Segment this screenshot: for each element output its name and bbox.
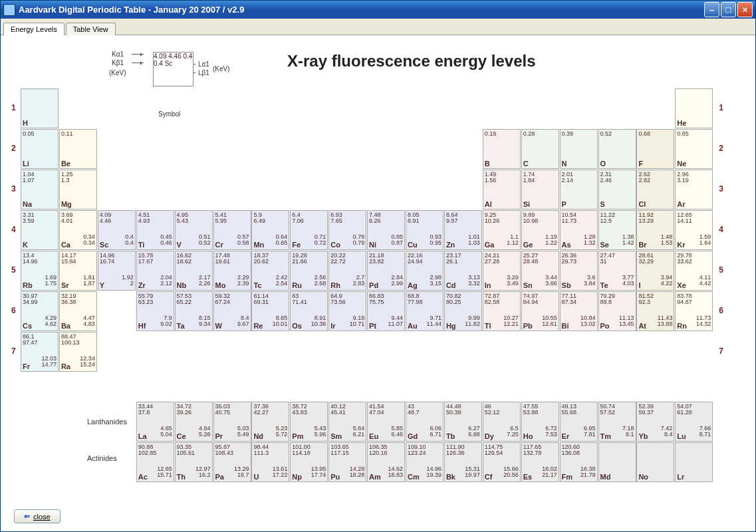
element-cell-Cm[interactable]: 109.10123.2414.9619.39Cm [406, 442, 443, 482]
element-cell-Zn[interactable]: 8.649.571.011.03Zn [444, 210, 482, 250]
element-cell-Co[interactable]: 6.937.650.780.79Co [328, 210, 366, 250]
element-cell-F[interactable]: 0.68F [636, 129, 674, 169]
element-cell-B[interactable]: 0.18B [483, 129, 521, 169]
element-cell-Nb[interactable]: 16.6218.622.172.26Nb [175, 251, 213, 291]
element-cell-Pb[interactable]: 74.9784.9410.5512.61Pb [521, 291, 559, 331]
element-cell-Y[interactable]: 14.9616.741.922Y [98, 251, 136, 291]
element-cell-Ga[interactable]: 9.2510.261.11.12Ga [483, 210, 521, 250]
element-cell-Dy[interactable]: 4652.126.57.25Dy [483, 402, 521, 442]
element-cell-Se[interactable]: 11.2212.51.381.42Se [598, 210, 636, 250]
element-cell-Fr[interactable]: 86.197.4712.0314.77Fr [21, 332, 59, 372]
element-cell-Ta[interactable]: 57.5365.228.159.34Ta [175, 291, 213, 331]
element-cell-Rh[interactable]: 20.2222.722.72.83Rh [328, 251, 366, 291]
element-cell-Md[interactable]: Md [598, 442, 636, 482]
element-cell-Rb[interactable]: 13.414.961.691.75Rb [21, 251, 59, 291]
element-cell-Mg[interactable]: 1.251.3Mg [59, 170, 97, 209]
element-cell-Lr[interactable]: Lr [675, 442, 713, 482]
element-cell-Pr[interactable]: 36.0340.755.035.49Pr [213, 402, 251, 442]
element-cell-As[interactable]: 10.5411.731.281.32As [560, 210, 598, 250]
element-cell-Be[interactable]: 0.11Be [59, 129, 97, 169]
element-cell-Ca[interactable]: 3.694.010.340.34Ca [59, 210, 97, 250]
tab-energy-levels[interactable]: Energy Levels [3, 23, 64, 35]
element-cell-Eu[interactable]: 41.5447.045.856.46Eu [367, 402, 405, 442]
maximize-button[interactable]: □ [721, 2, 736, 17]
close-window-button[interactable]: × [737, 2, 753, 17]
element-cell-U[interactable]: 98.44111.313.6117.22U [251, 442, 289, 482]
element-cell-Sr[interactable]: 14.1715.841.811.87Sr [59, 251, 97, 291]
element-cell-Hf[interactable]: 55.7963.237.99.02Hf [136, 291, 174, 331]
element-cell-Pm[interactable]: 38.7243.835.435.96Pm [290, 402, 328, 442]
element-cell-Ag[interactable]: 22.1624.942.983.15Ag [406, 251, 443, 291]
element-cell-Tl[interactable]: 72.8782.5810.2712.21Tl [483, 291, 521, 331]
element-cell-Fm[interactable]: 120.60136.0816.3821.79Fm [560, 442, 598, 482]
element-cell-Cd[interactable]: 23.1726.13.133.32Cd [444, 251, 482, 291]
element-cell-Ar[interactable]: 2.963.19Ar [675, 170, 713, 209]
element-cell-K[interactable]: 3.313.59K [21, 210, 59, 250]
element-cell-Ce[interactable]: 34.7239.264.845.26Ce [175, 402, 213, 442]
element-cell-Ru[interactable]: 19.2821.662.562.68Ru [290, 251, 328, 291]
element-cell-Te[interactable]: 27.47313.774.03Te [598, 251, 636, 291]
element-cell-Cr[interactable]: 5.415.950.570.58Cr [213, 210, 251, 250]
element-cell-Cu[interactable]: 8.058.910.930.95Cu [406, 210, 443, 250]
element-cell-Kr[interactable]: 12.6514.111.591.64Kr [675, 210, 713, 250]
element-cell-H[interactable]: H [21, 88, 59, 128]
element-cell-Cf[interactable]: 114.75129.5415.6620.56Cf [483, 442, 521, 482]
element-cell-Ir[interactable]: 64.973.569.1810.71Ir [328, 291, 366, 331]
element-cell-Mn[interactable]: 5.96.490.640.65Mn [251, 210, 289, 250]
element-cell-Er[interactable]: 49.1355.686.957.81Er [560, 402, 598, 442]
element-cell-Cs[interactable]: 30.9734.994.294.62Cs [21, 291, 59, 331]
element-cell-Am[interactable]: 106.35120.1614.6218.83Am [367, 442, 405, 482]
element-cell-Hg[interactable]: 70.8280.259.9911.82Hg [444, 291, 482, 331]
element-cell-Tm[interactable]: 50.7457.527.188.1Tm [598, 402, 636, 442]
element-cell-Sn[interactable]: 25.2728.483.443.66Sn [521, 251, 559, 291]
element-cell-Al[interactable]: 1.491.56Al [483, 170, 521, 209]
element-cell-Br[interactable]: 11.9213.291.481.53Br [636, 210, 674, 250]
element-cell-Nd[interactable]: 37.3642.275.235.72Nd [251, 402, 289, 442]
element-cell-S[interactable]: 2.312.46S [598, 170, 636, 209]
element-cell-Tc[interactable]: 18.3720.622.422.54Tc [251, 251, 289, 291]
element-cell-Zr[interactable]: 15.7817.672.042.12Zr [136, 251, 174, 291]
close-button[interactable]: ⇐ close [14, 509, 61, 523]
element-cell-Mo[interactable]: 17.4819.612.292.39Mo [213, 251, 251, 291]
element-cell-P[interactable]: 2.012.14P [560, 170, 598, 209]
element-cell-Lu[interactable]: 54.0761.287.668.71Lu [675, 402, 713, 442]
element-cell-Xe[interactable]: 29.7833.624.114.42Xe [675, 251, 713, 291]
element-cell-Cl[interactable]: 2.622.82Cl [636, 170, 674, 209]
element-cell-Ni[interactable]: 7.488.260.850.87Ni [367, 210, 405, 250]
element-cell-Os[interactable]: 6371.418.9110.36Os [290, 291, 328, 331]
tab-table-view[interactable]: Table View [66, 23, 116, 35]
element-cell-Po[interactable]: 79.2989.811.1313.45Po [598, 291, 636, 331]
element-cell-Gd[interactable]: 4348.76.066.71Gd [406, 402, 443, 442]
element-cell-Ra[interactable]: 88.47100.1312.3415.24Ra [59, 332, 97, 372]
element-cell-Pt[interactable]: 66.8375.759.4411.07Pt [367, 291, 405, 331]
element-cell-C[interactable]: 0.28C [521, 129, 559, 169]
element-cell-Yb[interactable]: 52.3959.377.428.4Yb [636, 402, 674, 442]
element-cell-Sm[interactable]: 40.1245.415.646.21Sm [328, 402, 366, 442]
element-cell-Ac[interactable]: 90.88102.8512.6515.71Ac [136, 442, 174, 482]
element-cell-Ba[interactable]: 32.1936.384.474.83Ba [59, 291, 97, 331]
element-cell-Pa[interactable]: 95.87108.4313.2916.7Pa [213, 442, 251, 482]
element-cell-Th[interactable]: 93.35105.6112.9716.2Th [175, 442, 213, 482]
element-cell-Au[interactable]: 68.877.989.7111.44Au [406, 291, 443, 331]
element-cell-N[interactable]: 0.39N [560, 129, 598, 169]
element-cell-No[interactable]: No [636, 442, 674, 482]
element-cell-Fe[interactable]: 6.47.060.710.72Fe [290, 210, 328, 250]
element-cell-Sb[interactable]: 26.3629.733.63.84Sb [560, 251, 598, 291]
element-cell-Es[interactable]: 117.65132.7816.0221.17Es [521, 442, 559, 482]
element-cell-Pd[interactable]: 21.1823.822.842.99Pd [367, 251, 405, 291]
element-cell-Si[interactable]: 1.741.84Si [521, 170, 559, 209]
element-cell-Bi[interactable]: 77.1187.3410.8413.02Bi [560, 291, 598, 331]
titlebar[interactable]: Aardvark Digital Periodic Table - Januar… [1, 1, 755, 19]
element-cell-Np[interactable]: 101.00114.1813.9517.74Np [290, 442, 328, 482]
element-cell-Rn[interactable]: 83.7894.8711.7314.32Rn [675, 291, 713, 331]
element-cell-In[interactable]: 24.2127.283.293.49In [483, 251, 521, 291]
element-cell-Ho[interactable]: 47.5553.886.727.53Ho [521, 402, 559, 442]
element-cell-Pu[interactable]: 103.65117.1514.2818.28Pu [328, 442, 366, 482]
element-cell-La[interactable]: 33.4437.84.655.04La [136, 402, 174, 442]
element-cell-At[interactable]: 81.5292.311.4313.88At [636, 291, 674, 331]
element-cell-He[interactable]: He [675, 88, 713, 128]
element-cell-W[interactable]: 59.3267.248.49.67W [213, 291, 251, 331]
element-cell-Ti[interactable]: 4.514.930.450.46Ti [136, 210, 174, 250]
element-cell-Ne[interactable]: 0.85Ne [675, 129, 713, 169]
element-cell-V[interactable]: 4.955.430.510.52V [175, 210, 213, 250]
